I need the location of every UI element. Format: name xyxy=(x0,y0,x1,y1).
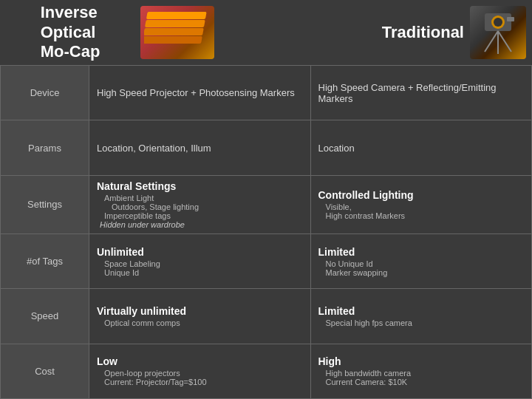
inverse-settings-sub3: Imperceptible tags xyxy=(104,211,303,220)
label-speed: Speed xyxy=(1,289,89,343)
svg-rect-1 xyxy=(144,28,204,35)
inverse-tags: Unlimited Space Labeling Unique Id xyxy=(89,234,311,288)
table-row-params: Params Location, Orientation, Illum Loca… xyxy=(1,120,531,175)
label-params: Params xyxy=(1,120,89,174)
traditional-settings: Controlled Lighting Visible, High contra… xyxy=(311,176,532,233)
comparison-table: Device High Speed Projector + Photosensi… xyxy=(0,65,532,399)
inverse-cost: Low Open-loop projectors Current: Projec… xyxy=(89,344,311,398)
inverse-params-text: Location, Orientation, Illum xyxy=(97,143,303,154)
traditional-cost: High High bandwidth camera Current Camer… xyxy=(311,344,532,398)
traditional-title: Traditional xyxy=(382,23,464,42)
inverse-tags-sub1: Space Labeling xyxy=(104,259,303,268)
main-container: InverseOpticalMo-Cap Traditional xyxy=(0,0,532,399)
inverse-settings-sub1: Ambient Light xyxy=(104,194,303,202)
label-tags: #of Tags xyxy=(1,234,89,288)
inverse-image xyxy=(140,6,214,59)
inverse-settings: Natural Settings Ambient Light Outdoors,… xyxy=(89,176,311,233)
traditional-params: Location xyxy=(311,120,532,174)
inverse-tags-main: Unlimited xyxy=(97,246,303,258)
inverse-cost-sub1: Open-loop projectors xyxy=(104,369,303,378)
traditional-tags-sub1: No Unique Id xyxy=(326,259,525,268)
traditional-speed-main: Limited xyxy=(318,305,525,317)
inverse-cost-main: Low xyxy=(97,355,303,367)
table-row-settings: Settings Natural Settings Ambient Light … xyxy=(1,176,531,234)
traditional-device-text: High Speed Camera + Reflecting/Emitting … xyxy=(318,82,525,104)
inverse-title: InverseOpticalMo-Cap xyxy=(41,3,100,61)
svg-rect-0 xyxy=(144,36,202,44)
label-device: Device xyxy=(1,66,89,120)
traditional-cost-main: High xyxy=(318,355,525,367)
traditional-cost-sub2: Current Camera: $10K xyxy=(326,378,525,386)
svg-rect-2 xyxy=(145,20,205,27)
svg-line-10 xyxy=(498,31,511,52)
table-row-device: Device High Speed Projector + Photosensi… xyxy=(1,66,531,120)
inverse-params: Location, Orientation, Illum xyxy=(89,120,311,174)
table-row-cost: Cost Low Open-loop projectors Current: P… xyxy=(1,344,531,398)
inverse-cost-sub2: Current: Projector/Tag=$100 xyxy=(104,378,303,386)
traditional-image xyxy=(470,6,526,59)
traditional-header: Traditional xyxy=(376,0,532,65)
traditional-tags-sub2: Marker swapping xyxy=(326,268,525,277)
traditional-settings-sub2: High contrast Markers xyxy=(326,211,525,220)
table-row-speed: Speed Virtually unlimited Optical comm c… xyxy=(1,289,531,344)
traditional-cost-sub1: High bandwidth camera xyxy=(326,369,525,378)
traditional-tags-main: Limited xyxy=(318,246,525,258)
label-settings: Settings xyxy=(1,176,89,233)
inverse-speed-main: Virtually unlimited xyxy=(97,305,303,317)
traditional-params-text: Location xyxy=(318,143,525,154)
inverse-settings-sub2: Outdoors, Stage lighting xyxy=(112,202,303,211)
traditional-speed-sub1: Special high fps camera xyxy=(326,318,525,327)
inverse-header: InverseOpticalMo-Cap xyxy=(0,0,140,68)
traditional-settings-sub1: Visible, xyxy=(326,202,525,211)
inverse-settings-main: Natural Settings xyxy=(97,180,303,192)
inverse-speed: Virtually unlimited Optical comm comps xyxy=(89,289,311,343)
inverse-device: High Speed Projector + Photosensing Mark… xyxy=(89,66,311,120)
svg-rect-3 xyxy=(146,12,207,19)
header: InverseOpticalMo-Cap Traditional xyxy=(0,0,532,65)
traditional-tags: Limited No Unique Id Marker swapping xyxy=(311,234,532,288)
table-row-tags: #of Tags Unlimited Space Labeling Unique… xyxy=(1,234,531,289)
svg-point-6 xyxy=(494,18,502,27)
inverse-device-text: High Speed Projector + Photosensing Mark… xyxy=(97,87,303,98)
inverse-settings-sub4: Hidden under wardrobe xyxy=(100,220,303,229)
svg-line-8 xyxy=(485,31,498,52)
traditional-settings-main: Controlled Lighting xyxy=(318,189,525,201)
label-cost: Cost xyxy=(1,344,89,398)
traditional-device: High Speed Camera + Reflecting/Emitting … xyxy=(311,66,532,120)
svg-rect-7 xyxy=(507,17,514,21)
inverse-speed-sub1: Optical comm comps xyxy=(104,318,303,327)
traditional-speed: Limited Special high fps camera xyxy=(311,289,532,343)
inverse-tags-sub2: Unique Id xyxy=(104,268,303,277)
